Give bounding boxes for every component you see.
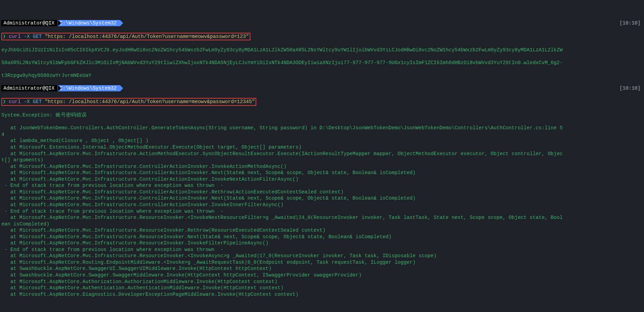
stack-line: at Microsoft.AspNetCore.Mvc.Infrastructu…	[1, 253, 643, 259]
prompt-path: C:\Windows\System32	[58, 85, 120, 91]
arrow-icon	[120, 85, 123, 91]
blank-line	[1, 304, 643, 311]
stack-line: at Microsoft.AspNetCore.Authorization.Au…	[1, 279, 643, 285]
stack-line: at Microsoft.AspNetCore.Mvc.Infrastructu…	[1, 227, 643, 234]
cmd-url: "https: /localhost:44376/api/Auth/Token?…	[45, 99, 255, 104]
stack-line: at Microsoft.AspNetCore.Mvc.Infrastructu…	[1, 176, 643, 183]
arrow-icon	[58, 85, 61, 91]
stack-line: at Swashbuckle.AspNetCore.SwaggerUI.Swag…	[1, 265, 643, 272]
arrow-icon	[58, 20, 61, 26]
output-token-line2: 50aXR5L2NsYWltcy9lbWFpbGFkZHJlc3MiOiIxMj…	[1, 60, 643, 66]
prompt-symbol: ❯	[3, 34, 6, 39]
cmd-method: GET	[33, 99, 42, 104]
prompt-symbol: ❯	[3, 99, 6, 104]
stack-line: at Microsoft.AspNetCore.Mvc.Infrastructu…	[1, 240, 643, 246]
stack-line: at lambda_method(Closure , Object , Obje…	[1, 138, 643, 144]
stack-line: at Microsoft.AspNetCore.Mvc.Infrastructu…	[1, 202, 643, 208]
stack-trace: at JsonWebTokenDemo.Controllers.AuthCont…	[1, 125, 643, 298]
stack-line: - End of stack trace from previous locat…	[1, 208, 643, 215]
cmd-curl: curl	[9, 34, 21, 39]
stack-line: - End of stack trace from previous locat…	[1, 246, 643, 253]
output-token-line1: eyJhbGciOiJIUzI1NiIsInR5cCI6IkpXVCJ9.eyJ…	[1, 47, 643, 53]
stack-line: - End of stack trace from previous locat…	[1, 182, 643, 189]
stack-line: at Microsoft.AspNetCore.Mvc.Infrastructu…	[1, 195, 643, 202]
stack-line: at Swashbuckle.AspNetCore.Swagger.Swagge…	[1, 272, 643, 279]
stack-line: at Microsoft.AspNetCore.Routing.Endpoint…	[1, 259, 643, 266]
cmd-curl: curl	[9, 99, 21, 104]
prompt-line-2: Administrator@QIXC:\Windows\System32[10:…	[1, 85, 643, 92]
command-line-2[interactable]: ❯ curl -X GET "https: /localhost:44376/a…	[1, 98, 643, 106]
time-label: [10:10]	[620, 20, 641, 27]
prompt-user: Administrator@QIX	[1, 20, 58, 26]
stack-line: at JsonWebTokenDemo.Controllers.AuthCont…	[1, 125, 643, 131]
stack-line: at Microsoft.AspNetCore.Mvc.Infrastructu…	[1, 234, 643, 240]
stack-line: 4	[1, 131, 643, 138]
exception-header: System.Exception: 账号密码错误	[1, 112, 643, 119]
stack-line: at Microsoft.Extensions.Internal.ObjectM…	[1, 144, 643, 151]
cmd-flag: -X	[24, 34, 30, 39]
cmd-flag: -X	[24, 99, 30, 104]
stack-line: ean isCompleted)	[1, 221, 643, 228]
stack-line: at Microsoft.AspNetCore.Authentication.A…	[1, 285, 643, 291]
output-token-line3: t3Rzpgw9yhqy0S80zwYrJvrmNEeUaY	[1, 72, 643, 79]
prompt-path: C:\Windows\System32	[58, 20, 120, 26]
cmd-method: GET	[33, 34, 42, 39]
prompt-user: Administrator@QIX	[1, 85, 58, 91]
stack-line: t[] arguments)	[1, 157, 643, 163]
stack-line: at Microsoft.AspNetCore.Diagnostics.Deve…	[1, 291, 643, 298]
time-label: [10:10]	[620, 85, 641, 92]
stack-line: at Microsoft.AspNetCore.Mvc.Infrastructu…	[1, 170, 643, 176]
arrow-icon	[120, 20, 123, 26]
stack-line: at Microsoft.AspNetCore.Mvc.Infrastructu…	[1, 214, 643, 221]
prompt-line-1: Administrator@QIXC:\Windows\System32[10:…	[1, 20, 643, 27]
stack-line: at Microsoft.AspNetCore.Mvc.Infrastructu…	[1, 189, 643, 195]
highlighted-command-1: ❯ curl -X GET "https: /localhost:44376/a…	[1, 33, 250, 41]
highlighted-command-2: ❯ curl -X GET "https: /localhost:44376/a…	[1, 98, 256, 106]
stack-line: at Microsoft.AspNetCore.Mvc.Infrastructu…	[1, 151, 643, 157]
stack-line: at Microsoft.AspNetCore.Mvc.Infrastructu…	[1, 163, 643, 170]
cmd-url: "https: /localhost:44376/api/Auth/Token?…	[45, 34, 249, 39]
command-line-1[interactable]: ❯ curl -X GET "https: /localhost:44376/a…	[1, 33, 643, 41]
